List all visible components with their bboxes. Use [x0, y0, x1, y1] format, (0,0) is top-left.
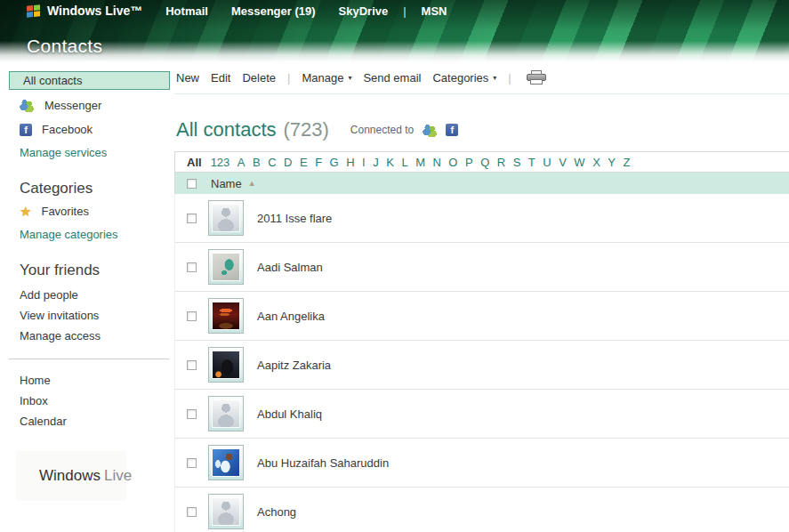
alphabet-filter-item[interactable]: G: [330, 156, 339, 169]
view-invitations-link[interactable]: View invitations: [0, 305, 174, 326]
alphabet-filter-item[interactable]: H: [346, 156, 354, 169]
contact-row: Aapitz Zakaria: [174, 341, 789, 390]
new-button[interactable]: New: [176, 71, 199, 85]
sort-ascending-icon[interactable]: ▲: [248, 179, 256, 188]
contact-checkbox[interactable]: [187, 214, 197, 223]
windows-live-footer-logo: Windows Live: [16, 451, 126, 501]
print-button[interactable]: [527, 70, 546, 85]
name-column-header[interactable]: Name: [211, 177, 242, 190]
categories-menu-label: Categories: [432, 71, 488, 85]
contact-avatar[interactable]: [208, 347, 244, 383]
alphabet-filter-item[interactable]: T: [528, 156, 535, 169]
alphabet-filter-item[interactable]: A: [238, 156, 246, 169]
contact-name[interactable]: Abu Huzaifah Saharuddin: [257, 456, 389, 470]
contact-checkbox[interactable]: [187, 409, 197, 419]
header-banner: Windows Live™ Hotmail Messenger (19) Sky…: [0, 0, 789, 62]
add-people-link[interactable]: Add people: [0, 285, 174, 305]
alphabet-filter-item[interactable]: E: [300, 156, 308, 169]
alphabet-filter-item[interactable]: V: [559, 156, 567, 169]
topnav-link-hotmail[interactable]: Hotmail: [165, 4, 208, 18]
windows-live-brand[interactable]: Windows Live™: [47, 4, 142, 18]
alphabet-filter-item[interactable]: X: [592, 156, 600, 169]
alphabet-filter-item[interactable]: Z: [623, 156, 630, 169]
avatar-image: [213, 254, 239, 280]
alphabet-filter-item[interactable]: S: [513, 156, 521, 169]
contact-name[interactable]: 2011 Isse flare: [257, 212, 332, 225]
manage-menu-label: Manage: [302, 71, 343, 85]
contact-name[interactable]: Achong: [257, 505, 296, 519]
contact-checkbox[interactable]: [187, 458, 197, 468]
alphabet-filter-item[interactable]: O: [448, 156, 457, 169]
contact-avatar[interactable]: [208, 298, 244, 334]
sidebar-item-all-contacts[interactable]: All contacts: [9, 71, 170, 90]
alphabet-filter-item[interactable]: J: [373, 156, 379, 169]
star-icon: ★: [20, 204, 31, 220]
inbox-link[interactable]: Inbox: [0, 391, 174, 411]
messenger-icon[interactable]: [423, 124, 438, 137]
sidebar-divider: [9, 359, 169, 359]
main-content: New Edit Delete | Manage ▾ Send email Ca…: [174, 62, 789, 532]
alphabet-filter-item[interactable]: R: [497, 156, 505, 169]
alphabet-filter-item[interactable]: 123: [211, 156, 230, 169]
topnav-link-skydrive[interactable]: SkyDrive: [339, 4, 389, 18]
contact-avatar[interactable]: [208, 200, 244, 236]
select-all-checkbox[interactable]: [187, 179, 197, 189]
alphabet-filter-item[interactable]: N: [432, 156, 440, 169]
sidebar: All contacts Messenger f Facebook Manage…: [0, 62, 174, 532]
calendar-link[interactable]: Calendar: [0, 411, 174, 431]
contact-checkbox[interactable]: [187, 262, 197, 272]
alphabet-filter-all[interactable]: All: [187, 156, 202, 169]
alphabet-filter-item[interactable]: K: [386, 156, 394, 169]
toolbar-separator: |: [287, 71, 290, 85]
avatar-image: [213, 302, 239, 329]
manage-services-link[interactable]: Manage services: [0, 141, 174, 165]
contact-name[interactable]: Abdul Khaliq: [257, 407, 322, 421]
facebook-icon[interactable]: f: [446, 124, 458, 136]
alphabet-filter-item[interactable]: F: [315, 156, 322, 169]
alphabet-filter-item[interactable]: W: [574, 156, 584, 169]
alphabet-filter-item[interactable]: Q: [480, 156, 489, 169]
sidebar-item-messenger[interactable]: Messenger: [0, 93, 174, 117]
contact-checkbox[interactable]: [187, 311, 197, 321]
alphabet-filter-item[interactable]: B: [253, 156, 261, 169]
send-email-button[interactable]: Send email: [363, 71, 421, 85]
contact-avatar[interactable]: [208, 494, 244, 529]
contact-name[interactable]: Aapitz Zakaria: [257, 359, 331, 372]
alphabet-filter-item[interactable]: U: [543, 156, 551, 169]
sidebar-item-favorites[interactable]: ★ Favorites: [0, 199, 174, 223]
manage-categories-link[interactable]: Manage categories: [0, 223, 174, 246]
manage-access-link[interactable]: Manage access: [0, 326, 174, 346]
contact-name[interactable]: Aadi Salman: [257, 261, 323, 274]
connected-to-label: Connected to: [350, 124, 414, 136]
delete-button[interactable]: Delete: [242, 71, 276, 85]
alphabet-filter-item[interactable]: I: [362, 156, 366, 169]
contact-checkbox[interactable]: [187, 507, 197, 517]
manage-menu[interactable]: Manage ▾: [302, 71, 351, 85]
topnav-separator: |: [403, 4, 406, 18]
alphabet-filter-item[interactable]: D: [284, 156, 292, 169]
alphabet-filter-item[interactable]: M: [415, 156, 425, 169]
categories-menu[interactable]: Categories ▾: [432, 71, 496, 85]
contact-avatar[interactable]: [208, 249, 244, 285]
toolbar: New Edit Delete | Manage ▾ Send email Ca…: [174, 62, 789, 94]
chevron-down-icon: ▾: [348, 74, 351, 82]
sidebar-item-facebook[interactable]: f Facebook: [0, 117, 174, 141]
avatar-image: [213, 400, 239, 427]
contact-avatar[interactable]: [208, 445, 244, 480]
home-link[interactable]: Home: [0, 370, 174, 391]
contact-avatar[interactable]: [208, 396, 244, 431]
alphabet-filter-item[interactable]: L: [401, 156, 407, 169]
printer-icon-paper: [531, 70, 542, 75]
topnav-link-msn[interactable]: MSN: [422, 4, 447, 18]
avatar-image: [213, 498, 239, 525]
facebook-icon: f: [20, 124, 32, 136]
alphabet-filter-item[interactable]: Y: [608, 156, 616, 169]
contact-checkbox[interactable]: [187, 360, 197, 370]
edit-button[interactable]: Edit: [211, 71, 230, 85]
alphabet-filter-item[interactable]: P: [465, 156, 473, 169]
alphabet-filter-bar: All 123 A B C D E F G H I J K L M N O P …: [174, 151, 789, 173]
topnav-link-messenger[interactable]: Messenger (19): [231, 4, 316, 18]
alphabet-filter-item[interactable]: C: [268, 156, 276, 169]
categories-heading: Categories: [0, 178, 174, 199]
contact-name[interactable]: Aan Angelika: [257, 310, 325, 323]
